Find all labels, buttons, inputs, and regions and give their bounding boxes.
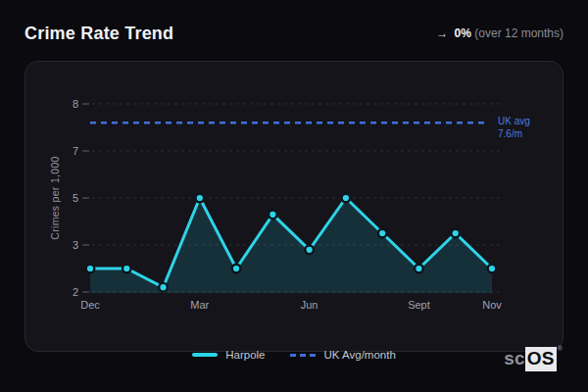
svg-text:2: 2 <box>73 286 78 298</box>
logo-prefix: sc <box>504 345 525 369</box>
chart-legend: Harpole UK Avg/month <box>0 346 588 364</box>
svg-text:Nov: Nov <box>482 299 502 311</box>
svg-text:7: 7 <box>73 145 78 157</box>
chart-svg: 87532DecMarJunSeptNov <box>25 62 564 366</box>
trend-caption: (over 12 months) <box>474 26 564 40</box>
uk-avg-annotation-line1: UK avg <box>498 115 530 127</box>
page-title: Crime Rate Trend <box>24 24 173 44</box>
trend-arrow-icon: → <box>436 26 448 40</box>
svg-text:8: 8 <box>73 98 78 110</box>
legend-label-uk-avg: UK Avg/month <box>323 349 395 361</box>
scos-logo: sc OS ® <box>504 345 563 371</box>
svg-text:Jun: Jun <box>301 299 318 311</box>
uk-avg-annotation-line2: 7.6/m <box>498 127 530 140</box>
chart-card: Crimes per 1,000 87532DecMarJunSeptNov U… <box>24 61 564 352</box>
uk-avg-annotation: UK avg 7.6/m <box>498 115 530 140</box>
svg-text:Mar: Mar <box>190 299 209 311</box>
legend-label-harpole: Harpole <box>225 349 265 361</box>
svg-text:3: 3 <box>73 239 78 251</box>
svg-text:Sept: Sept <box>408 299 430 311</box>
trend-value: 0% <box>455 26 471 40</box>
trend-indicator: → 0% (over 12 months) <box>436 26 564 40</box>
legend-item-uk-avg[interactable]: UK Avg/month <box>290 349 395 361</box>
harpole-line-swatch-icon <box>192 353 218 357</box>
logo-suffix: OS <box>525 347 557 371</box>
svg-text:Dec: Dec <box>80 299 100 311</box>
page: Crime Rate Trend → 0% (over 12 months) C… <box>0 0 588 392</box>
registered-mark-icon: ® <box>558 345 563 352</box>
uk-avg-dash-swatch-icon <box>290 354 316 357</box>
svg-text:5: 5 <box>73 192 78 204</box>
legend-item-harpole[interactable]: Harpole <box>192 349 265 361</box>
